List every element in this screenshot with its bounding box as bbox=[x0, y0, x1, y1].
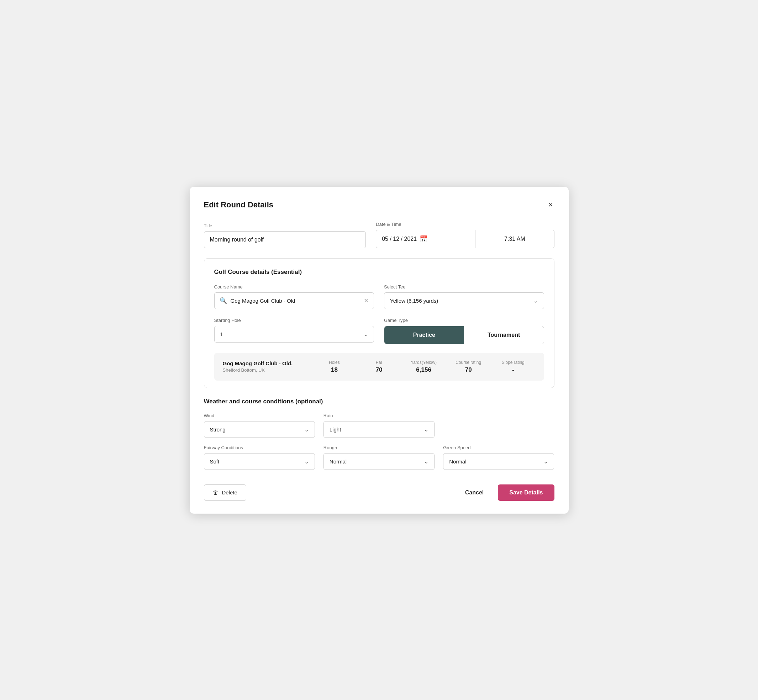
wind-rain-row: Wind None Light Moderate Strong ⌄ Rain N… bbox=[204, 413, 554, 438]
course-rating-label: Course rating bbox=[446, 360, 491, 365]
green-speed-select-wrap: Slow Normal Fast ⌄ bbox=[443, 453, 554, 470]
close-button[interactable]: × bbox=[547, 200, 554, 210]
golf-course-section: Golf Course details (Essential) Course N… bbox=[204, 258, 554, 388]
weather-title: Weather and course conditions (optional) bbox=[204, 398, 554, 405]
clear-icon[interactable]: ✕ bbox=[364, 297, 369, 305]
chevron-down-icon-fairway: ⌄ bbox=[304, 458, 309, 465]
footer-right: Cancel Save Details bbox=[458, 484, 554, 501]
cancel-button[interactable]: Cancel bbox=[458, 485, 491, 500]
weather-section: Weather and course conditions (optional)… bbox=[204, 398, 554, 470]
course-stat-holes: Holes 18 bbox=[312, 360, 357, 373]
delete-label: Delete bbox=[222, 489, 237, 495]
chevron-down-icon-rough: ⌄ bbox=[424, 458, 429, 465]
select-tee-label: Select Tee bbox=[384, 284, 544, 289]
trash-icon: 🗑 bbox=[213, 489, 219, 496]
chevron-down-icon-rain: ⌄ bbox=[424, 426, 429, 433]
course-name-tee-row: Course Name 🔍 ✕ Select Tee Yellow (6,156… bbox=[214, 284, 544, 309]
rain-select-wrap: None Light Moderate Heavy ⌄ bbox=[324, 421, 434, 438]
starting-hole-dropdown[interactable]: 1 2 3 bbox=[220, 331, 361, 337]
time-part[interactable]: 7:31 AM bbox=[475, 230, 554, 248]
yards-value: 6,156 bbox=[401, 366, 446, 373]
course-stat-par: Par 70 bbox=[357, 360, 401, 373]
rain-label: Rain bbox=[324, 413, 434, 418]
course-stat-course-rating: Course rating 70 bbox=[446, 360, 491, 373]
course-info-name: Gog Magog Golf Club - Old, bbox=[223, 360, 312, 366]
green-speed-label: Green Speed bbox=[443, 445, 554, 450]
course-stat-slope-rating: Slope rating - bbox=[491, 360, 536, 373]
chevron-down-icon: ⌄ bbox=[534, 297, 538, 304]
green-speed-dropdown[interactable]: Slow Normal Fast bbox=[449, 458, 540, 464]
practice-button[interactable]: Practice bbox=[384, 326, 464, 344]
datetime-row: 05 / 12 / 2021 📅 7:31 AM bbox=[376, 230, 554, 248]
chevron-down-icon-wind: ⌄ bbox=[304, 426, 309, 433]
yards-label: Yards(Yellow) bbox=[401, 360, 446, 365]
starting-hole-group: Starting Hole 1 2 3 ⌄ bbox=[214, 318, 374, 344]
wind-dropdown[interactable]: None Light Moderate Strong bbox=[210, 427, 301, 433]
search-icon: 🔍 bbox=[219, 297, 227, 305]
starting-hole-label: Starting Hole bbox=[214, 318, 374, 323]
starting-hole-wrap: 1 2 3 ⌄ bbox=[214, 326, 374, 342]
footer-row: 🗑 Delete Cancel Save Details bbox=[204, 480, 554, 501]
delete-button[interactable]: 🗑 Delete bbox=[204, 484, 246, 501]
course-name-group: Course Name 🔍 ✕ bbox=[214, 284, 374, 309]
game-type-group: Game Type Practice Tournament bbox=[384, 318, 544, 344]
course-rating-value: 70 bbox=[446, 366, 491, 373]
modal-title: Edit Round Details bbox=[204, 200, 274, 209]
starting-hole-gametype-row: Starting Hole 1 2 3 ⌄ Game Type Practice… bbox=[214, 318, 544, 344]
modal-header: Edit Round Details × bbox=[204, 200, 554, 210]
rough-group: Rough Soft Normal Hard ⌄ bbox=[324, 445, 434, 470]
chevron-down-icon-green: ⌄ bbox=[543, 458, 548, 465]
rough-dropdown[interactable]: Soft Normal Hard bbox=[329, 458, 421, 464]
fairway-rough-green-row: Fairway Conditions Soft Normal Hard ⌄ Ro… bbox=[204, 445, 554, 470]
course-info-name-group: Gog Magog Golf Club - Old, Shelford Bott… bbox=[223, 360, 312, 373]
select-tee-dropdown[interactable]: Yellow (6,156 yards) White Red Blue bbox=[390, 298, 531, 304]
rough-select-wrap: Soft Normal Hard ⌄ bbox=[324, 453, 434, 470]
holes-value: 18 bbox=[312, 366, 357, 373]
fairway-group: Fairway Conditions Soft Normal Hard ⌄ bbox=[204, 445, 315, 470]
tournament-button[interactable]: Tournament bbox=[464, 326, 544, 344]
wind-label: Wind bbox=[204, 413, 315, 418]
title-input[interactable] bbox=[204, 231, 366, 248]
course-stat-yards: Yards(Yellow) 6,156 bbox=[401, 360, 446, 373]
fairway-select-wrap: Soft Normal Hard ⌄ bbox=[204, 453, 315, 470]
datetime-field-group: Date & Time 05 / 12 / 2021 📅 7:31 AM bbox=[376, 222, 554, 248]
date-part[interactable]: 05 / 12 / 2021 📅 bbox=[376, 230, 475, 248]
fairway-label: Fairway Conditions bbox=[204, 445, 315, 450]
course-name-search-wrap: 🔍 ✕ bbox=[214, 292, 374, 309]
course-info-card: Gog Magog Golf Club - Old, Shelford Bott… bbox=[214, 353, 544, 381]
edit-round-modal: Edit Round Details × Title Date & Time 0… bbox=[190, 187, 568, 514]
time-value: 7:31 AM bbox=[504, 236, 525, 242]
slope-rating-label: Slope rating bbox=[491, 360, 536, 365]
rain-dropdown[interactable]: None Light Moderate Heavy bbox=[329, 427, 421, 433]
course-name-input[interactable] bbox=[230, 298, 360, 304]
game-type-label: Game Type bbox=[384, 318, 544, 323]
chevron-down-icon-hole: ⌄ bbox=[363, 331, 368, 338]
course-info-location: Shelford Bottom, UK bbox=[223, 367, 312, 373]
course-name-label: Course Name bbox=[214, 284, 374, 289]
select-tee-wrap: Yellow (6,156 yards) White Red Blue ⌄ bbox=[384, 292, 544, 309]
top-row: Title Date & Time 05 / 12 / 2021 📅 7:31 … bbox=[204, 222, 554, 248]
par-value: 70 bbox=[357, 366, 401, 373]
title-field-group: Title bbox=[204, 223, 366, 248]
wind-group: Wind None Light Moderate Strong ⌄ bbox=[204, 413, 315, 438]
rain-group: Rain None Light Moderate Heavy ⌄ bbox=[324, 413, 434, 438]
wind-select-wrap: None Light Moderate Strong ⌄ bbox=[204, 421, 315, 438]
golf-course-title: Golf Course details (Essential) bbox=[214, 269, 544, 276]
title-label: Title bbox=[204, 223, 366, 228]
fairway-dropdown[interactable]: Soft Normal Hard bbox=[210, 458, 301, 464]
slope-rating-value: - bbox=[491, 366, 536, 373]
par-label: Par bbox=[357, 360, 401, 365]
game-type-toggle: Practice Tournament bbox=[384, 326, 544, 344]
calendar-icon: 📅 bbox=[420, 235, 428, 243]
datetime-label: Date & Time bbox=[376, 222, 554, 227]
select-tee-group: Select Tee Yellow (6,156 yards) White Re… bbox=[384, 284, 544, 309]
date-value: 05 / 12 / 2021 bbox=[382, 236, 417, 242]
save-button[interactable]: Save Details bbox=[498, 484, 554, 501]
rough-label: Rough bbox=[324, 445, 434, 450]
holes-label: Holes bbox=[312, 360, 357, 365]
green-speed-group: Green Speed Slow Normal Fast ⌄ bbox=[443, 445, 554, 470]
